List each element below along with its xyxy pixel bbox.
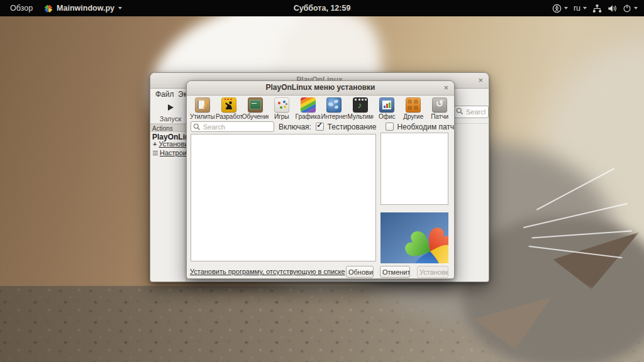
utilities-icon bbox=[195, 97, 210, 112]
install-menu-dialog: PlayOnLinux меню установки × Утилиты Раз… bbox=[186, 80, 455, 279]
graphics-icon bbox=[301, 97, 316, 112]
category-office[interactable]: Офис bbox=[374, 97, 400, 121]
chevron-down-icon bbox=[118, 7, 122, 9]
category-education[interactable]: Обучение bbox=[242, 97, 269, 121]
chevron-down-icon bbox=[583, 7, 587, 9]
menu-file[interactable]: Файл bbox=[155, 90, 174, 99]
cancel-button[interactable]: Отменить bbox=[380, 266, 410, 278]
volume-icon bbox=[608, 4, 617, 13]
dialog-titlebar[interactable]: PlayOnLinux меню установки × bbox=[187, 81, 454, 96]
filters-label: Включая: bbox=[279, 123, 311, 131]
volume-indicator[interactable] bbox=[608, 4, 617, 13]
description-panel bbox=[380, 133, 448, 205]
playonlinux-logo-image bbox=[380, 212, 448, 263]
top-bar: Обзор Mainwindow.py Суббота, 12:59 bbox=[0, 0, 644, 16]
playonlinux-app-icon bbox=[44, 4, 53, 13]
category-internet[interactable]: Интернет bbox=[321, 97, 348, 121]
main-search bbox=[453, 106, 489, 118]
category-games[interactable]: Игры bbox=[269, 97, 295, 121]
nocd-checkbox-label[interactable]: Необходим патч бездиск bbox=[397, 123, 454, 131]
accessibility-icon bbox=[552, 4, 562, 13]
checkmark-icon: ✓ bbox=[316, 123, 323, 129]
games-icon bbox=[274, 97, 289, 112]
run-button[interactable]: Запуск bbox=[155, 102, 186, 124]
close-icon[interactable]: × bbox=[478, 76, 483, 84]
search-input[interactable] bbox=[191, 121, 274, 132]
close-icon[interactable]: × bbox=[443, 84, 448, 92]
desktop: Обзор Mainwindow.py Суббота, 12:59 bbox=[0, 0, 644, 362]
keyboard-layout-menu[interactable]: ru bbox=[574, 4, 587, 13]
network-icon bbox=[592, 4, 602, 13]
search-icon bbox=[456, 107, 464, 115]
plus-icon: + bbox=[153, 141, 157, 148]
other-icon bbox=[406, 97, 421, 112]
dialog-search bbox=[191, 121, 274, 132]
network-indicator[interactable] bbox=[592, 4, 602, 13]
filter-row: Включая: ✓ Тестирование Необходим патч б… bbox=[279, 123, 454, 133]
list-icon bbox=[153, 151, 158, 155]
program-list[interactable] bbox=[191, 134, 376, 261]
category-utilities[interactable]: Утилиты bbox=[189, 97, 216, 121]
refresh-button[interactable]: Обновить bbox=[346, 266, 374, 278]
category-multimedia[interactable]: ♪ Мультимедиа bbox=[347, 97, 374, 121]
internet-icon bbox=[326, 97, 341, 112]
undo-icon: ↺ bbox=[432, 98, 447, 109]
category-other[interactable]: Другие bbox=[400, 97, 426, 121]
category-patches[interactable]: ↺ Патчи bbox=[426, 97, 453, 121]
development-icon bbox=[221, 97, 236, 112]
cat-gray-head bbox=[462, 217, 644, 362]
education-icon bbox=[248, 97, 263, 112]
app-menu-label: Mainwindow.py bbox=[57, 4, 114, 13]
play-icon bbox=[168, 104, 174, 111]
category-development[interactable]: Разработка bbox=[216, 97, 242, 121]
search-icon bbox=[193, 123, 201, 131]
power-icon bbox=[623, 4, 631, 13]
testing-checkbox-label[interactable]: Тестирование bbox=[328, 123, 377, 131]
office-icon bbox=[379, 97, 394, 112]
testing-checkbox[interactable]: ✓ bbox=[316, 123, 324, 131]
category-graphics[interactable]: Графика bbox=[295, 97, 321, 121]
accessibility-menu[interactable] bbox=[552, 4, 568, 13]
dialog-title: PlayOnLinux меню установки bbox=[187, 83, 454, 92]
keyboard-layout-label: ru bbox=[574, 4, 580, 13]
run-button-label: Запуск bbox=[155, 115, 186, 123]
chevron-down-icon bbox=[634, 7, 638, 9]
install-button[interactable]: Установка bbox=[417, 266, 448, 278]
patches-icon: ↺ bbox=[432, 97, 447, 112]
chevron-down-icon bbox=[564, 7, 568, 9]
clock[interactable]: Суббота, 12:59 bbox=[294, 4, 351, 13]
manual-install-link[interactable]: Установить программу, отсутствующую в сп… bbox=[190, 268, 345, 275]
activities-button[interactable]: Обзор bbox=[10, 4, 33, 13]
multimedia-icon: ♪ bbox=[353, 97, 368, 112]
nocd-checkbox[interactable] bbox=[386, 123, 394, 131]
app-menu-button[interactable]: Mainwindow.py bbox=[44, 4, 122, 13]
actions-panel-header: Actions bbox=[150, 124, 186, 132]
power-menu[interactable] bbox=[623, 4, 638, 13]
category-bar: Утилиты Разработка Обучение bbox=[189, 97, 453, 121]
